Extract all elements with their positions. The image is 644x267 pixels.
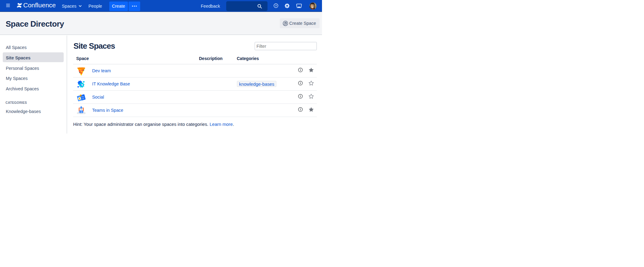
svg-text:?: ? — [275, 4, 277, 7]
